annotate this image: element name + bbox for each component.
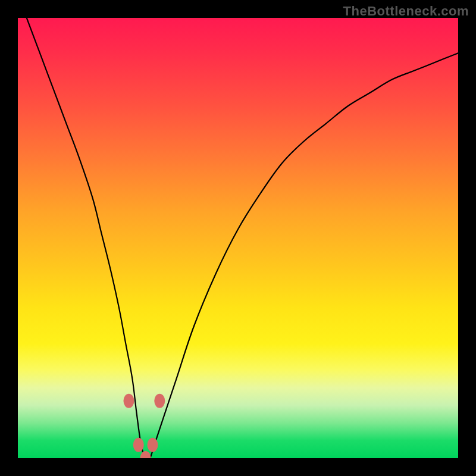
curve-marker-3 <box>147 438 158 452</box>
curve-marker-2 <box>133 438 144 452</box>
curve-svg <box>18 18 458 458</box>
curve-marker-4 <box>140 451 151 458</box>
plot-area <box>18 18 458 458</box>
curve-marker-0 <box>123 394 134 408</box>
chart-frame: TheBottleneck.com <box>0 0 476 476</box>
watermark-text: TheBottleneck.com <box>343 4 469 19</box>
bottleneck-curve <box>27 18 458 458</box>
marker-group <box>123 394 165 458</box>
curve-marker-1 <box>154 394 165 408</box>
